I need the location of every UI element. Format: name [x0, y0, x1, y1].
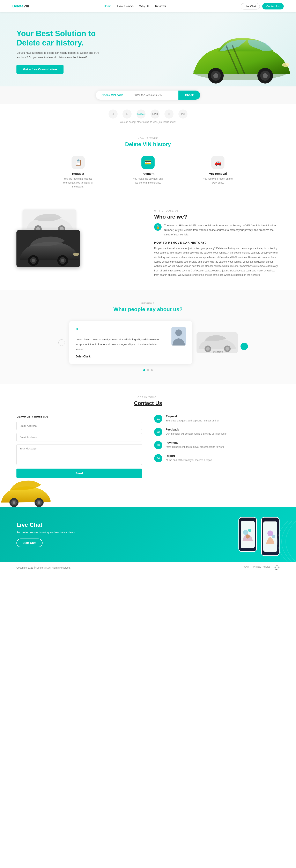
review-next-button[interactable]: →: [240, 343, 248, 350]
step-removal-label: VIN removal: [201, 172, 234, 175]
livechat-nav-button[interactable]: Live Chat: [241, 3, 260, 9]
footer-privacy-link[interactable]: Privacy Policies: [253, 565, 270, 570]
step-3-desc: After full payment, the removal process …: [166, 445, 224, 449]
why-content: WHY CHOOSE US Who are we? 🔒 The team at …: [154, 210, 279, 277]
ethereum-icon: Ξ: [164, 110, 173, 119]
vin-label: Check VIN code: [96, 91, 129, 100]
contact-steps: 01 Request You leave a request with a ph…: [154, 415, 279, 462]
consultation-button[interactable]: Get a free Consultation: [17, 65, 64, 74]
review-card-wrapper: ← " Lorem ipsum dolor sit amet, consecte…: [17, 321, 279, 364]
vin-check-button[interactable]: Check: [178, 91, 200, 100]
nav-why-us[interactable]: Why Us: [139, 4, 150, 8]
contact-wrapper: GET IN TOUCH Contact Us Leave us a messa…: [0, 383, 296, 507]
start-chat-button[interactable]: Start Chat: [17, 538, 42, 547]
nav-home[interactable]: Home: [104, 4, 111, 8]
form-heading: Leave us a message: [17, 415, 142, 418]
contact-step-1: 01 Request You leave a request with a ph…: [154, 415, 279, 423]
nav-actions: Live Chat Contact Us: [241, 3, 284, 9]
review-dot-1[interactable]: [143, 369, 145, 371]
footer-links: FAQ Privacy Policies 💬: [244, 565, 279, 570]
contact-nav-button[interactable]: Contact Us: [262, 3, 284, 9]
avatar-svg: [171, 327, 186, 345]
email-field-1[interactable]: [17, 422, 142, 430]
reviewer-avatar: [171, 327, 186, 345]
step-num-1: 01: [154, 415, 162, 423]
step-payment-label: Payment: [132, 172, 164, 175]
pm-icon: PM: [178, 110, 188, 119]
svg-point-3: [213, 73, 218, 78]
hero-text: Your Best Solution to Delete car history…: [17, 29, 103, 74]
navbar: DeleteVin Home How it works Why Us Revie…: [0, 0, 296, 12]
step-connector-1: [107, 156, 119, 162]
svg-point-24: [175, 330, 182, 336]
step-request-icon: 📋: [71, 156, 85, 169]
contact-step-2: 02 Feedback Our manager will contact you…: [154, 428, 279, 436]
car-svg: [185, 25, 296, 87]
review-dot-3[interactable]: [151, 369, 153, 371]
payment-icons: ₿ Ł fastPay BANK Ξ PM: [12, 110, 284, 119]
bank-icon: BANK: [151, 110, 160, 119]
dashed-line-1: [107, 162, 119, 162]
send-button[interactable]: Send: [17, 469, 142, 478]
whatsapp-icon[interactable]: 💬: [274, 565, 279, 570]
hero-car-image: [185, 25, 296, 87]
reviews-section: REVIEWS What people say about us? ← " Lo…: [0, 290, 296, 383]
yellow-car-container: [0, 478, 52, 507]
step-payment-icon: 💳: [141, 156, 155, 169]
livechat-text: Live Chat For faster, easier booking and…: [17, 522, 230, 547]
bitcoin-icon: ₿: [108, 110, 118, 119]
step-4-title: Report: [166, 454, 212, 458]
step-3-content: Payment After full payment, the removal …: [166, 441, 224, 449]
step-2-title: Feedback: [166, 428, 227, 431]
livechat-section: Live Chat For faster, easier booking and…: [0, 507, 296, 562]
svg-point-18: [32, 259, 35, 262]
review-car-image: STARTECH: [197, 332, 238, 353]
step-removal-icon: 🚗: [211, 156, 225, 169]
step-1-title: Request: [166, 415, 219, 418]
review-dot-2[interactable]: [147, 369, 149, 371]
message-field[interactable]: [17, 444, 142, 465]
review-text-area: " Lorem ipsum dolor sit amet, consectetu…: [76, 327, 165, 358]
svg-point-21: [61, 259, 64, 262]
svg-point-36: [38, 501, 40, 504]
step-removal-desc: You receive a report on the work done.: [201, 177, 234, 185]
review-car-svg: STARTECH: [197, 332, 238, 353]
svg-point-22: [73, 253, 79, 256]
step-request: 📋 Request You are leaving a request. We …: [62, 156, 95, 189]
why-choose-section: WHY CHOOSE US Who are we? 🔒 The team at …: [0, 197, 296, 290]
nav-how-it-works[interactable]: How it works: [117, 4, 133, 8]
payment-section: ₿ Ł fastPay BANK Ξ PM We can accept othe…: [0, 104, 296, 127]
review-prev-button[interactable]: ←: [58, 339, 65, 346]
nav-reviews[interactable]: Reviews: [155, 4, 166, 8]
svg-point-9: [282, 63, 289, 67]
why-who-icon: 🔒: [154, 223, 162, 231]
footer-faq-link[interactable]: FAQ: [244, 565, 249, 570]
step-num-4: 04: [154, 454, 162, 462]
vin-input[interactable]: [129, 91, 178, 100]
quote-icon: ": [76, 327, 165, 335]
bmw-car-image: [17, 230, 80, 267]
why-label: WHY CHOOSE US: [154, 210, 279, 212]
footer: Copyright 2023 © DeleteVin, All Rights R…: [0, 562, 296, 573]
email-field-2[interactable]: [17, 433, 142, 441]
litecoin-icon: Ł: [123, 110, 132, 119]
reviews-title: What people say about us?: [17, 306, 279, 313]
yellow-car-area: [0, 490, 296, 507]
contact-form: Leave us a message Send: [17, 415, 142, 478]
step-1-content: Request You leave a request with a phone…: [166, 415, 219, 423]
steps-row: 📋 Request You are leaving a request. We …: [12, 156, 284, 189]
hero-section: Your Best Solution to Delete car history…: [0, 12, 296, 87]
why-images-container: [17, 210, 82, 271]
vin-box: Check VIN code Check: [96, 91, 200, 100]
how-section-label: HOW IT WORK: [12, 137, 284, 140]
hero-description: Do you have a request to delete car hist…: [17, 51, 103, 60]
why-images: [17, 210, 142, 271]
contact-section: GET IN TOUCH Contact Us Leave us a messa…: [0, 383, 296, 490]
contact-step-4: 04 Report At the end of the work you rec…: [154, 454, 279, 462]
why-title: Who are we?: [154, 214, 279, 220]
svg-text:STARTECH: STARTECH: [213, 351, 223, 353]
review-text: Lorem ipsum dolor sit amet, consectetur …: [76, 337, 165, 351]
livechat-decoration: [234, 521, 296, 562]
how-it-works-section: HOW IT WORK Delete VIN history 📋 Request…: [0, 127, 296, 197]
reviewer-name: John Clark: [76, 355, 165, 358]
